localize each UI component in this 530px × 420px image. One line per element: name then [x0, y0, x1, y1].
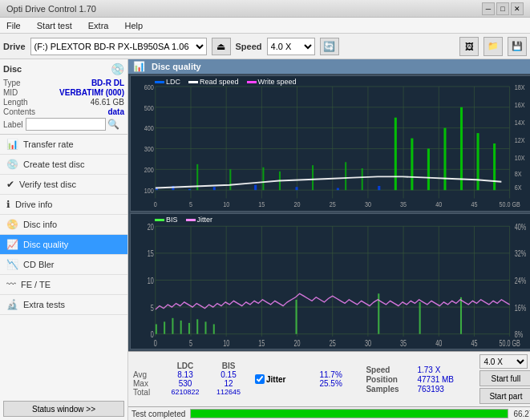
- length-value: 46.61 GB: [91, 98, 124, 107]
- svg-rect-90: [164, 321, 165, 333]
- menu-file[interactable]: File: [3, 21, 24, 30]
- nav-create-test-disc[interactable]: 💿 Create test disc: [0, 155, 127, 175]
- menu-start-test[interactable]: Start test: [34, 21, 75, 30]
- stats-empty-header: [133, 361, 162, 370]
- svg-text:20: 20: [294, 339, 301, 349]
- chart-header-icon: 📊: [133, 61, 145, 72]
- svg-rect-35: [295, 187, 297, 190]
- eject-btn[interactable]: ⏏: [212, 38, 231, 55]
- menu-extra[interactable]: Extra: [85, 21, 112, 30]
- svg-text:10X: 10X: [515, 154, 525, 162]
- nav-disc-quality[interactable]: 📈 Disc quality: [0, 235, 127, 255]
- bis-header: BIS: [208, 361, 249, 370]
- svg-text:35: 35: [400, 200, 407, 208]
- close-btn[interactable]: ✕: [511, 2, 524, 15]
- svg-text:300: 300: [144, 146, 154, 154]
- svg-text:8X: 8X: [515, 171, 522, 179]
- jitter-color: [186, 219, 196, 221]
- stats-table: LDC BIS Avg 8.13 0.15 Max 530 12 Total 6…: [133, 361, 249, 397]
- svg-rect-33: [213, 187, 216, 190]
- extra-tests-icon: 🔬: [6, 299, 18, 310]
- icon-btn-1[interactable]: 🖼: [459, 37, 479, 56]
- samples-value: 763193: [417, 385, 473, 394]
- svg-rect-94: [196, 319, 198, 333]
- jitter-checkbox[interactable]: [255, 374, 265, 384]
- svg-rect-51: [362, 168, 363, 190]
- svg-text:500: 500: [144, 104, 154, 112]
- svg-text:15: 15: [258, 339, 265, 349]
- content-area: 📊 Disc quality LDC Read speed: [128, 59, 530, 420]
- svg-rect-50: [345, 162, 346, 190]
- svg-text:50.0 GB: 50.0 GB: [499, 339, 520, 349]
- label-search-icon[interactable]: 🔍: [107, 119, 119, 130]
- max-jitter: 25.5%: [319, 379, 359, 388]
- svg-rect-36: [337, 188, 339, 191]
- type-label: Type: [3, 79, 21, 87]
- create-test-disc-icon: 💿: [6, 159, 18, 170]
- nav-verify-test-disc-label: Verify test disc: [19, 180, 76, 189]
- nav-transfer-rate[interactable]: 📊 Transfer rate: [0, 135, 127, 155]
- svg-text:14X: 14X: [515, 119, 525, 127]
- nav-drive-info[interactable]: ℹ Drive info: [0, 195, 127, 215]
- length-label: Length: [3, 98, 28, 107]
- drive-select[interactable]: (F:) PLEXTOR BD-R PX-LB950SA 1.06: [30, 38, 207, 55]
- window-controls[interactable]: ─ □ ✕: [482, 2, 524, 15]
- svg-text:6X: 6X: [515, 184, 522, 192]
- nav-disc-info[interactable]: 📀 Disc info: [0, 215, 127, 235]
- svg-text:30: 30: [365, 339, 371, 349]
- svg-rect-40: [427, 148, 430, 190]
- nav-extra-tests[interactable]: 🔬 Extra tests: [0, 295, 127, 315]
- disc-section: Disc 💿 Type BD-R DL MID VERBATIMf (000) …: [0, 59, 127, 135]
- nav-fe-te[interactable]: 〰 FE / TE: [0, 275, 127, 295]
- svg-text:12X: 12X: [515, 136, 525, 144]
- write-speed-legend-label: Write speed: [258, 78, 297, 86]
- avg-label: Avg: [133, 370, 162, 379]
- svg-text:400: 400: [144, 125, 154, 133]
- chart-header: 📊 Disc quality: [128, 59, 530, 74]
- bottom-statusbar: Test completed 66.27: [128, 406, 530, 420]
- svg-text:16X: 16X: [515, 101, 525, 109]
- ldc-color: [155, 81, 164, 83]
- start-full-btn[interactable]: Start full: [479, 370, 530, 386]
- svg-rect-44: [493, 143, 496, 190]
- svg-text:45: 45: [471, 339, 477, 349]
- speed-select[interactable]: 4.0 X 1.0 X 2.0 X 8.0 X: [267, 38, 315, 55]
- maximize-btn[interactable]: □: [496, 2, 509, 15]
- nav-verify-test-disc[interactable]: ✔ Verify test disc: [0, 175, 127, 195]
- svg-text:24%: 24%: [515, 277, 526, 286]
- chart-speed-select[interactable]: 4.0 X: [479, 354, 528, 369]
- bottom-chart: BIS Jitter: [130, 213, 530, 349]
- avg-ldc: 8.13: [165, 370, 205, 379]
- svg-text:20: 20: [148, 222, 154, 232]
- menu-help[interactable]: Help: [121, 21, 146, 30]
- minimize-btn[interactable]: ─: [482, 2, 495, 15]
- bottom-chart-svg: 20 15 10 5 0 40% 32% 24% 16% 8%: [131, 214, 530, 349]
- progress-bar-fill: [191, 410, 508, 418]
- status-window-btn[interactable]: Status window >>: [3, 401, 124, 417]
- svg-rect-34: [254, 185, 257, 190]
- save-btn[interactable]: 💾: [508, 37, 527, 56]
- ldc-legend: LDC: [155, 78, 180, 86]
- mid-label: MID: [3, 88, 18, 97]
- bottom-chart-legend: BIS Jitter: [155, 216, 212, 224]
- svg-text:10: 10: [223, 200, 229, 208]
- nav-cd-bler[interactable]: 📉 CD Bler: [0, 255, 127, 275]
- refresh-btn[interactable]: 🔄: [320, 38, 339, 55]
- icon-btn-2[interactable]: 📁: [483, 37, 503, 56]
- start-part-btn[interactable]: Start part: [479, 388, 530, 404]
- max-bis: 12: [208, 379, 249, 388]
- svg-text:0: 0: [154, 200, 157, 208]
- mid-value: VERBATIMf (000): [59, 88, 124, 97]
- avg-bis: 0.15: [208, 370, 249, 379]
- svg-rect-99: [419, 302, 421, 334]
- status-text: Test completed: [131, 410, 185, 418]
- ldc-header: LDC: [165, 361, 205, 370]
- jitter-stats: 11.7% 25.5%: [292, 370, 359, 388]
- label-input[interactable]: [26, 118, 106, 131]
- left-panel: Disc 💿 Type BD-R DL MID VERBATIMf (000) …: [0, 59, 128, 420]
- transfer-rate-icon: 📊: [6, 139, 18, 150]
- svg-rect-49: [312, 165, 314, 190]
- nav-fe-te-label: FE / TE: [21, 280, 51, 289]
- svg-text:5: 5: [151, 303, 154, 313]
- label-label: Label: [3, 120, 22, 129]
